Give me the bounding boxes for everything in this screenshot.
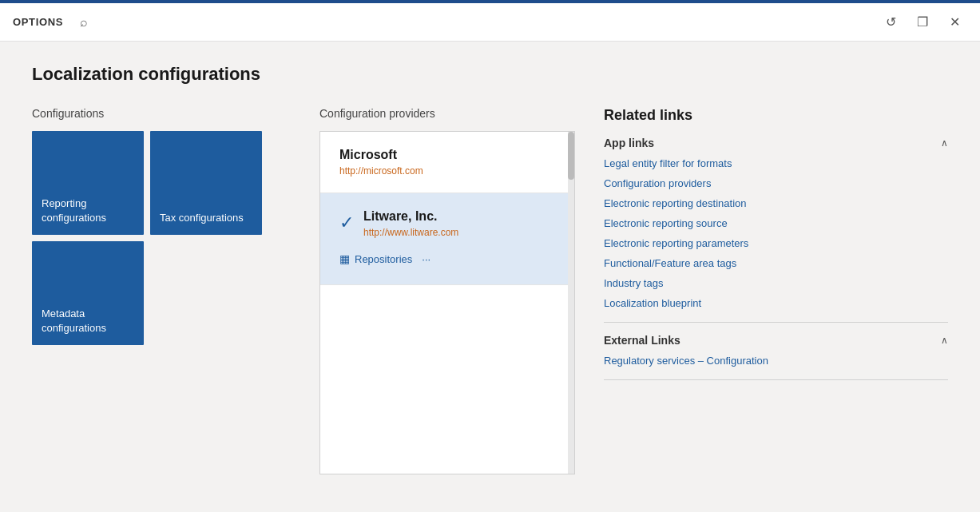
- toolbar: OPTIONS ⌕ ↺ ❐ ✕: [0, 3, 980, 42]
- provider-microsoft-url: http://microsoft.com: [339, 165, 423, 177]
- providers-section-title: Configuration providers: [319, 107, 575, 120]
- app-links-chevron-icon[interactable]: ∧: [941, 137, 948, 149]
- config-tiles-container: Reporting configurations Tax configurati…: [32, 131, 304, 345]
- link-functional-feature-tags[interactable]: Functional/Feature area tags: [604, 257, 948, 269]
- configurations-section-title: Configurations: [32, 107, 304, 120]
- more-icon: ···: [422, 253, 430, 265]
- configurations-column: Configurations Reporting configurations …: [32, 107, 304, 485]
- toolbar-right: ↺ ❐ ✕: [878, 10, 967, 35]
- related-links-column: Related links App links ∧ Legal entity f…: [604, 107, 948, 485]
- provider-microsoft[interactable]: Microsoft http://microsoft.com: [320, 132, 574, 193]
- tile-metadata-configurations[interactable]: Metadata configurations: [32, 241, 144, 345]
- app-links-list: Legal entity filter for formats Configur…: [604, 157, 948, 309]
- external-links-divider: [604, 379, 948, 380]
- scrollbar-track[interactable]: [568, 132, 574, 474]
- link-regulatory-services[interactable]: Regulatory services – Configuration: [604, 355, 948, 367]
- toolbar-title: OPTIONS: [13, 16, 63, 28]
- link-configuration-providers[interactable]: Configuration providers: [604, 177, 948, 189]
- refresh-button[interactable]: ↺: [878, 10, 903, 35]
- repositories-button[interactable]: ▦ Repositories: [339, 249, 412, 268]
- link-er-parameters[interactable]: Electronic reporting parameters: [604, 237, 948, 249]
- external-links-chevron-icon[interactable]: ∧: [941, 335, 948, 346]
- provider-microsoft-info: Microsoft http://microsoft.com: [339, 148, 423, 177]
- related-links-title: Related links: [604, 107, 948, 124]
- links-divider: [604, 322, 948, 323]
- external-links-section-name: External Links: [604, 334, 680, 347]
- restore-button[interactable]: ❐: [910, 10, 935, 35]
- providers-column: Configuration providers Microsoft http:/…: [319, 107, 575, 485]
- provider-microsoft-header: Microsoft http://microsoft.com: [339, 148, 555, 177]
- provider-litware-info: Litware, Inc. http://www.litware.com: [363, 209, 458, 238]
- provider-microsoft-name: Microsoft: [339, 148, 423, 162]
- toolbar-left: OPTIONS ⌕: [13, 14, 92, 30]
- provider-litware-header: ✓ Litware, Inc. http://www.litware.com: [339, 209, 555, 238]
- provider-litware-check-icon: ✓: [339, 212, 354, 233]
- page-title: Localization configurations: [32, 64, 948, 85]
- search-icon[interactable]: ⌕: [76, 14, 92, 30]
- link-er-destination[interactable]: Electronic reporting destination: [604, 197, 948, 209]
- repositories-icon: ▦: [339, 252, 350, 265]
- link-industry-tags[interactable]: Industry tags: [604, 277, 948, 289]
- providers-list: Microsoft http://microsoft.com ✓ Litware…: [319, 131, 575, 474]
- tile-tax-configurations[interactable]: Tax configurations: [150, 131, 262, 235]
- link-er-source[interactable]: Electronic reporting source: [604, 217, 948, 229]
- content-area: Configurations Reporting configurations …: [32, 107, 948, 485]
- close-button[interactable]: ✕: [942, 10, 967, 35]
- provider-more-button[interactable]: ···: [422, 250, 430, 268]
- link-localization-blueprint[interactable]: Localization blueprint: [604, 297, 948, 309]
- scrollbar-thumb[interactable]: [568, 132, 574, 180]
- provider-litware-name: Litware, Inc.: [363, 209, 458, 224]
- external-links-header: External Links ∧: [604, 334, 948, 347]
- repositories-label: Repositories: [355, 253, 412, 265]
- main-content: Localization configurations Configuratio…: [0, 42, 980, 512]
- provider-litware[interactable]: ✓ Litware, Inc. http://www.litware.com ▦…: [320, 193, 574, 285]
- app-links-section-name: App links: [604, 137, 654, 149]
- provider-litware-actions: ▦ Repositories ···: [339, 249, 555, 268]
- link-legal-entity-filter[interactable]: Legal entity filter for formats: [604, 157, 948, 169]
- app-links-header: App links ∧: [604, 137, 948, 149]
- tile-reporting-configurations[interactable]: Reporting configurations: [32, 131, 144, 235]
- external-links-list: Regulatory services – Configuration: [604, 355, 948, 367]
- provider-litware-url: http://www.litware.com: [363, 227, 458, 238]
